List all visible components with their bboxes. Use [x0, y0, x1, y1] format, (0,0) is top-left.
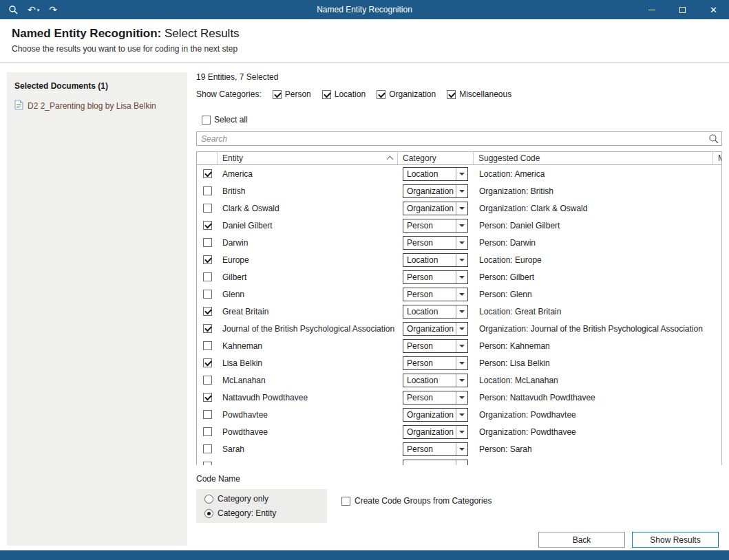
category-dropdown[interactable]: Location [403, 253, 468, 267]
chevron-down-icon[interactable] [456, 340, 467, 352]
header-entity-column[interactable]: Entity [218, 152, 398, 164]
header-suggested-code-column[interactable]: Suggested Code [474, 152, 713, 164]
category-dropdown[interactable]: Organization [403, 408, 468, 422]
row-checkbox[interactable] [203, 307, 212, 316]
row-checkbox[interactable] [203, 341, 212, 350]
undo-icon[interactable]: ↶▾ [28, 5, 39, 14]
category-dropdown-label: Location [403, 169, 456, 179]
suggested-code-cell: Organization: Powdthavee [474, 427, 721, 437]
category-dropdown[interactable]: Person [403, 356, 468, 370]
chevron-down-icon[interactable] [456, 409, 467, 421]
chevron-down-icon[interactable] [456, 288, 467, 301]
search-icon[interactable] [8, 5, 18, 14]
chevron-down-icon[interactable] [456, 357, 467, 369]
row-checkbox[interactable] [203, 290, 212, 299]
row-checkbox[interactable] [203, 324, 212, 333]
chevron-down-icon[interactable] [456, 426, 467, 438]
row-checkbox[interactable] [203, 444, 212, 453]
chevron-down-icon[interactable] [456, 391, 467, 404]
category-only-radio[interactable] [204, 495, 213, 504]
chevron-down-icon[interactable] [456, 219, 467, 232]
create-code-groups-row[interactable]: Create Code Groups from Categories [341, 496, 492, 506]
chevron-down-icon[interactable] [456, 237, 467, 249]
category-only-option[interactable]: Category only [204, 494, 319, 504]
row-checkbox[interactable] [203, 255, 212, 264]
select-all-row[interactable]: Select all [202, 115, 722, 125]
chevron-down-icon[interactable] [456, 271, 467, 283]
show-categories-label: Show Categories: [196, 89, 262, 99]
header-clipped-column[interactable]: Ma [713, 152, 721, 164]
organization-checkbox[interactable] [377, 90, 385, 99]
row-checkbox[interactable] [203, 204, 212, 213]
selected-documents-panel: Selected Documents (1) D2 2_Parenting bl… [7, 72, 187, 546]
document-list-item[interactable]: D2 2_Parenting blog by Lisa Belkin [14, 100, 180, 112]
chevron-down-icon[interactable] [456, 443, 467, 455]
chevron-down-icon[interactable] [456, 323, 467, 335]
row-checkbox[interactable] [203, 169, 212, 178]
category-dropdown[interactable]: Person [403, 219, 468, 233]
category-filter-person[interactable]: Person [273, 89, 311, 99]
category-dropdown[interactable]: Location [403, 374, 468, 387]
category-dropdown[interactable]: Organization [403, 184, 468, 198]
maximize-button[interactable] [667, 0, 698, 19]
suggested-code-cell: Location: Great Britain [474, 307, 721, 316]
category-dropdown[interactable]: Person [403, 288, 468, 301]
category-cell: Person [398, 236, 474, 250]
row-checkbox[interactable] [203, 238, 212, 247]
header-category-column[interactable]: Category [398, 152, 474, 164]
row-checkbox-cell [197, 255, 218, 264]
select-all-checkbox[interactable] [202, 116, 211, 125]
back-button[interactable]: Back [538, 532, 625, 548]
row-checkbox[interactable] [203, 221, 212, 230]
category-filter-organization[interactable]: Organization [377, 89, 436, 99]
category-dropdown[interactable]: Person [403, 391, 468, 405]
table-row: McLanahan Location Location: McLanahan [197, 371, 721, 389]
minimize-button[interactable] [636, 0, 667, 19]
category-dropdown[interactable]: Person [403, 442, 468, 456]
create-code-groups-checkbox[interactable] [341, 497, 350, 506]
close-button[interactable]: ✕ [698, 0, 729, 19]
show-results-button[interactable]: Show Results [632, 532, 719, 548]
footer-buttons: Back Show Results [538, 532, 719, 548]
chevron-down-icon[interactable] [456, 374, 467, 387]
category-dropdown[interactable]: Location [403, 305, 468, 319]
miscellaneous-checkbox[interactable] [447, 90, 456, 99]
category-entity-radio[interactable] [204, 509, 213, 518]
location-checkbox[interactable] [322, 90, 331, 99]
row-checkbox[interactable] [203, 410, 212, 419]
chevron-down-icon[interactable] [456, 185, 467, 197]
category-cell: Person [398, 339, 474, 353]
category-entity-option[interactable]: Category: Entity [204, 508, 319, 518]
category-dropdown[interactable]: Person [403, 339, 468, 353]
redo-icon[interactable]: ↷ [49, 5, 57, 14]
row-checkbox[interactable] [203, 358, 212, 367]
category-dropdown[interactable]: Organization [403, 202, 468, 215]
entity-cell: Lisa Belkin [218, 358, 398, 368]
chevron-down-icon[interactable] [456, 202, 467, 215]
row-checkbox[interactable] [203, 427, 212, 436]
search-icon[interactable] [708, 133, 719, 146]
search-input[interactable] [196, 131, 722, 146]
person-checkbox[interactable] [273, 90, 282, 99]
row-checkbox-cell [197, 427, 218, 436]
category-dropdown[interactable]: Location [403, 167, 468, 181]
chevron-down-icon[interactable] [456, 168, 467, 180]
category-dropdown[interactable]: Organization [403, 322, 468, 336]
category-filter-location[interactable]: Location [322, 89, 366, 99]
category-dropdown[interactable] [403, 460, 468, 466]
row-checkbox[interactable] [203, 393, 212, 402]
category-dropdown[interactable]: Organization [403, 425, 468, 439]
entity-cell: America [218, 169, 398, 179]
category-dropdown[interactable]: Person [403, 236, 468, 250]
table-row: Lisa Belkin Person Person: Lisa Belkin [197, 354, 721, 371]
category-dropdown[interactable]: Person [403, 270, 468, 284]
chevron-down-icon[interactable] [456, 305, 467, 318]
chevron-down-icon[interactable] [456, 460, 467, 466]
row-checkbox[interactable] [203, 376, 212, 385]
category-filter-miscellaneous[interactable]: Miscellaneous [447, 89, 511, 99]
row-checkbox[interactable] [203, 272, 212, 281]
table-row: British Organization Organization: Briti… [197, 182, 721, 200]
chevron-down-icon[interactable] [456, 254, 467, 266]
row-checkbox[interactable] [203, 462, 212, 465]
row-checkbox[interactable] [203, 186, 212, 195]
